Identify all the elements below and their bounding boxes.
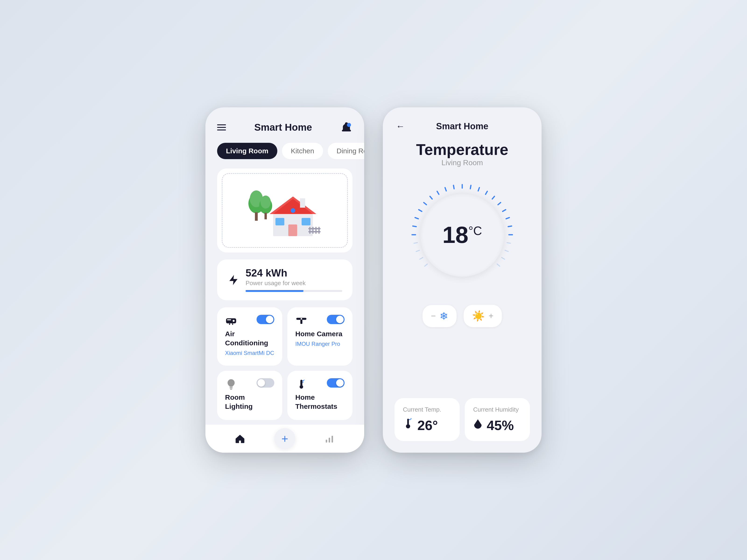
plus-icon: + — [489, 311, 493, 321]
svg-line-61 — [501, 258, 505, 260]
light-icon — [225, 378, 237, 390]
svg-line-66 — [424, 264, 427, 266]
svg-rect-22 — [226, 318, 236, 323]
device-card-ac: Air Conditioning Xiaomi SmartMi DC — [217, 307, 282, 366]
dial-temperature: 18°C — [442, 221, 482, 248]
back-button[interactable]: ← — [394, 121, 406, 132]
svg-rect-39 — [332, 436, 333, 443]
bottom-nav: + — [205, 425, 364, 453]
svg-point-14 — [291, 208, 295, 213]
fab-add-btn[interactable]: + — [274, 428, 295, 449]
power-value: 524 kWh — [246, 268, 342, 278]
lighting-name: Room Lighting — [225, 393, 274, 411]
svg-line-52 — [486, 191, 487, 194]
svg-line-48 — [454, 185, 454, 189]
toggle-ac[interactable] — [257, 315, 274, 324]
stat-temp-value: 26° — [417, 418, 438, 433]
ac-model: Xiaomi SmartMi DC — [225, 350, 274, 356]
home-nav-btn[interactable] — [233, 432, 247, 446]
svg-rect-23 — [227, 319, 231, 320]
svg-line-53 — [492, 196, 495, 199]
svg-line-51 — [478, 188, 479, 191]
power-label: Power usage for week — [246, 279, 342, 287]
toggle-lighting[interactable] — [257, 378, 274, 388]
tab-dining-room[interactable]: Dining Room — [328, 143, 364, 159]
svg-rect-38 — [329, 438, 330, 443]
svg-line-62 — [497, 264, 499, 266]
right-header: ← Smart Home — [394, 121, 530, 131]
bolt-icon — [227, 274, 239, 286]
svg-rect-13 — [302, 218, 310, 225]
device-card-camera: Home Camera IMOU Ranger Pro — [287, 307, 353, 366]
notification-icon[interactable] — [340, 121, 353, 133]
svg-rect-11 — [288, 224, 297, 236]
right-app-title: Smart Home — [436, 121, 488, 131]
svg-line-64 — [416, 250, 419, 251]
analytics-nav-btn[interactable] — [323, 432, 337, 446]
svg-point-29 — [301, 318, 302, 320]
home-icon — [234, 433, 246, 445]
svg-line-50 — [470, 185, 471, 189]
svg-line-60 — [505, 250, 508, 251]
svg-point-2 — [250, 190, 263, 207]
svg-rect-19 — [308, 228, 320, 229]
svg-rect-30 — [230, 387, 233, 388]
menu-icon[interactable] — [217, 124, 226, 130]
svg-line-55 — [503, 210, 506, 212]
toggle-thermo[interactable] — [327, 378, 344, 388]
svg-point-1 — [248, 194, 264, 213]
svg-rect-10 — [300, 198, 305, 208]
svg-rect-15 — [309, 227, 310, 234]
camera-model: IMOU Ranger Pro — [295, 341, 344, 347]
toggle-camera[interactable] — [327, 315, 344, 324]
svg-marker-8 — [269, 196, 316, 214]
stat-humidity: Current Humidity 45% — [465, 398, 530, 441]
device-grid: Air Conditioning Xiaomi SmartMi DC Home … — [217, 307, 353, 420]
svg-line-43 — [419, 210, 422, 212]
right-phone: ← Smart Home Temperature Living Room — [383, 107, 542, 453]
stat-humidity-icon — [473, 418, 483, 432]
minus-icon: − — [431, 311, 436, 321]
thermo-name: Home Thermostats — [295, 393, 344, 411]
ac-name: Air Conditioning — [225, 329, 274, 347]
house-illustration — [217, 168, 353, 252]
svg-marker-9 — [273, 199, 313, 214]
svg-line-63 — [414, 243, 417, 243]
svg-rect-17 — [315, 227, 316, 234]
svg-point-0 — [347, 123, 351, 127]
svg-rect-25 — [229, 323, 230, 325]
svg-line-42 — [415, 217, 418, 219]
power-info: 524 kWh Power usage for week — [246, 268, 342, 292]
camera-icon — [295, 315, 307, 327]
svg-point-24 — [233, 320, 235, 322]
tab-living-room[interactable]: Living Room — [217, 143, 277, 159]
temperature-title: Temperature — [394, 141, 530, 158]
svg-rect-18 — [318, 227, 319, 234]
svg-point-4 — [259, 198, 272, 214]
camera-name: Home Camera — [295, 329, 344, 338]
stat-humidity-value: 45% — [487, 418, 514, 433]
left-phone: Smart Home Living Room Kitchen Dining Ro… — [205, 107, 364, 453]
temperature-dial[interactable]: 18°C — [394, 174, 530, 295]
mode-buttons: − ❄ ☀️ + — [394, 305, 530, 327]
left-app-title: Smart Home — [254, 122, 312, 133]
svg-rect-67 — [407, 419, 409, 424]
ac-icon — [225, 315, 237, 327]
stat-temp: Current Temp. + 26° — [394, 398, 460, 441]
svg-line-54 — [498, 203, 500, 205]
minus-cool-btn[interactable]: − ❄ — [422, 305, 457, 327]
tab-kitchen[interactable]: Kitchen — [282, 143, 323, 159]
svg-line-47 — [445, 188, 446, 191]
svg-rect-6 — [264, 213, 267, 219]
svg-point-33 — [300, 385, 303, 389]
svg-rect-12 — [276, 218, 284, 225]
left-header: Smart Home — [217, 121, 353, 133]
svg-rect-20 — [308, 231, 320, 232]
plus-heat-btn[interactable]: ☀️ + — [464, 305, 502, 327]
svg-point-5 — [260, 195, 271, 209]
power-bar-fill — [246, 290, 304, 292]
svg-rect-7 — [273, 213, 313, 236]
device-card-lighting: Room Lighting — [217, 371, 282, 420]
svg-rect-32 — [301, 380, 303, 386]
power-bar-track — [246, 290, 342, 292]
